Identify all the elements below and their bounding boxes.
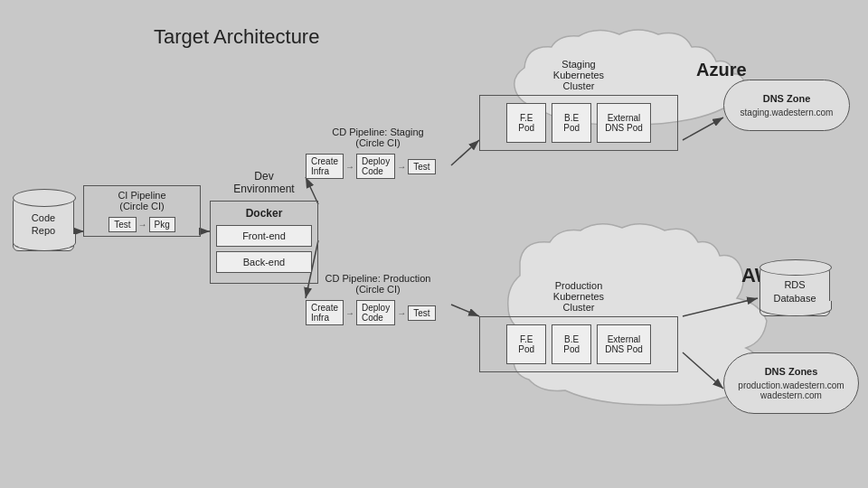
frontend-component: Front-end: [216, 225, 312, 247]
k8s-staging-title: StagingKubernetesCluster: [479, 59, 678, 91]
code-repo-label: CodeRepo: [32, 211, 55, 238]
fe-pod-staging: F.EPod: [506, 103, 546, 143]
dns-zone-azure: DNS Zone staging.wadestern.com: [723, 80, 850, 131]
cd-production-pipeline: CD Pipeline: Production(Circle CI) Creat…: [306, 273, 450, 325]
cd-production-title: CD Pipeline: Production(Circle CI): [306, 273, 450, 295]
arrow-staging-1: →: [345, 162, 354, 172]
dns-zones-aws: DNS Zones production.wadestern.com wades…: [723, 352, 859, 414]
code-repo: CodeRepo: [13, 197, 74, 251]
page-title: Target Architecture: [154, 25, 319, 49]
k8s-production-title: ProductionKubernetesCluster: [479, 280, 678, 313]
arrow-staging-2: →: [397, 162, 406, 172]
cd-staging-title: CD Pipeline: Staging(Circle CI): [306, 127, 450, 148]
k8s-production-cluster: ProductionKubernetesCluster F.EPod B.EPo…: [479, 280, 678, 372]
cd-production-test: Test: [408, 305, 435, 321]
cd-staging-steps: CreateInfra → DeployCode → Test: [306, 154, 450, 179]
dev-env-title: DevEnvironment: [210, 170, 318, 195]
backend-component: Back-end: [216, 251, 312, 273]
cd-staging-create-infra: CreateInfra: [306, 154, 344, 179]
cd-staging-pipeline: CD Pipeline: Staging(Circle CI) CreateIn…: [306, 127, 450, 179]
arrow-ci-1: →: [138, 220, 147, 230]
rds-label: RDSDatabase: [773, 278, 816, 305]
fe-pod-production: F.EPod: [506, 324, 546, 364]
k8s-production-pods: F.EPod B.EPod ExternalDNS Pod: [479, 316, 678, 372]
arrow-production-2: →: [397, 308, 406, 318]
rds-database: RDSDatabase: [760, 267, 832, 316]
dns-zones-url2: wadestern.com: [733, 390, 849, 400]
svg-line-6: [451, 305, 479, 316]
dev-env-box: Docker Front-end Back-end: [210, 201, 318, 284]
dns-zones-url1: production.wadestern.com: [733, 380, 849, 390]
arrow-production-1: →: [345, 308, 354, 318]
ci-step-test: Test: [108, 217, 136, 232]
code-repo-cylinder: CodeRepo: [13, 197, 74, 251]
dns-zones-title: DNS Zones: [733, 366, 849, 377]
svg-line-9: [683, 298, 758, 316]
be-pod-production: B.EPod: [552, 324, 591, 364]
svg-line-7: [683, 117, 723, 140]
cd-staging-deploy-code: DeployCode: [356, 154, 395, 179]
ci-pipeline-steps: Test → Pkg: [91, 217, 193, 232]
cd-production-steps: CreateInfra → DeployCode → Test: [306, 300, 450, 325]
dev-environment: DevEnvironment Docker Front-end Back-end: [210, 170, 318, 284]
k8s-staging-cluster: StagingKubernetesCluster F.EPod B.EPod E…: [479, 59, 678, 151]
svg-line-5: [451, 140, 479, 165]
svg-line-8: [683, 352, 723, 389]
ci-pipeline-box: CI Pipeline(Circle CI) Test → Pkg: [83, 185, 201, 237]
rds-cylinder: RDSDatabase: [760, 267, 830, 316]
cd-staging-test: Test: [408, 159, 435, 174]
dns-pod-production: ExternalDNS Pod: [597, 324, 651, 364]
cd-production-deploy-code: DeployCode: [356, 300, 395, 325]
dns-pod-staging: ExternalDNS Pod: [597, 103, 651, 143]
be-pod-staging: B.EPod: [552, 103, 591, 143]
ci-pipeline-title: CI Pipeline(Circle CI): [91, 190, 193, 211]
cd-production-create-infra: CreateInfra: [306, 300, 344, 325]
azure-label: Azure: [696, 60, 747, 80]
dns-zone-title: DNS Zone: [733, 93, 840, 104]
ci-step-pkg: Pkg: [149, 217, 175, 232]
dns-zone-url: staging.wadestern.com: [733, 108, 840, 117]
k8s-staging-pods: F.EPod B.EPod ExternalDNS Pod: [479, 95, 678, 151]
docker-label: Docker: [216, 207, 312, 220]
